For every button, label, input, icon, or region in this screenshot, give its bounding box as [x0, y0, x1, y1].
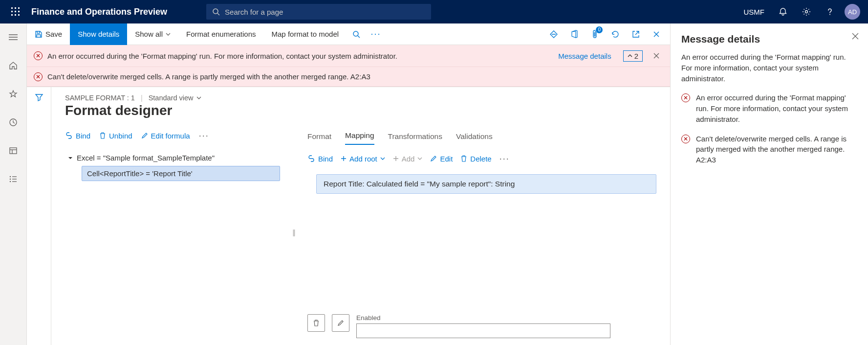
- map-format-label: Map format to model: [272, 30, 339, 38]
- save-button[interactable]: Save: [27, 23, 70, 45]
- add-root-button[interactable]: Add root: [341, 155, 385, 163]
- error-icon: ✕: [681, 135, 690, 143]
- map-format-button[interactable]: Map format to model: [264, 23, 347, 45]
- svg-rect-17: [10, 148, 17, 154]
- delete-button[interactable]: Delete: [460, 155, 491, 163]
- chevron-down-icon: [166, 33, 171, 36]
- format-enumerations-button[interactable]: Format enumerations: [178, 23, 264, 45]
- diamond-icon[interactable]: [544, 24, 564, 44]
- breadcrumb: SAMPLE FORMAT : 1 | Standard view: [65, 94, 656, 102]
- edit-formula-label: Edit formula: [151, 132, 190, 140]
- trash-icon: [460, 155, 467, 162]
- format-tree: Excel = "Sample format_SampleTemplate" C…: [65, 152, 280, 181]
- trash-icon: [99, 132, 106, 139]
- home-icon[interactable]: [3, 56, 23, 75]
- svg-rect-7: [15, 14, 16, 16]
- bottom-edit-button[interactable]: [332, 314, 349, 332]
- view-selector[interactable]: Standard view: [149, 94, 201, 102]
- message-close-icon[interactable]: [650, 49, 663, 63]
- tree-root-row[interactable]: Excel = "Sample format_SampleTemplate": [65, 152, 280, 164]
- tree-child-row[interactable]: Cell<ReportTitle> = 'Report Title': [82, 166, 280, 181]
- tree-child-label: Cell<ReportTitle> = 'Report Title': [87, 169, 193, 178]
- panel-close-icon[interactable]: [848, 29, 862, 43]
- bottom-delete-button[interactable]: [307, 314, 325, 332]
- message-bar-2: ✕ Can't delete/overwrite merged cells. A…: [27, 67, 670, 87]
- svg-line-27: [358, 36, 360, 38]
- notifications-icon[interactable]: [772, 0, 794, 23]
- mapping-more-icon[interactable]: ···: [499, 154, 510, 164]
- unbind-button[interactable]: Unbind: [99, 132, 132, 140]
- svg-point-22: [10, 181, 11, 182]
- filter-icon[interactable]: [35, 93, 43, 345]
- bind-button[interactable]: Bind: [65, 132, 90, 140]
- edit-formula-button[interactable]: Edit formula: [141, 132, 190, 140]
- svg-point-26: [353, 31, 358, 36]
- svg-rect-2: [18, 7, 20, 9]
- designer-column: SAMPLE FORMAT : 1 | Standard view Format…: [51, 87, 670, 345]
- left-rail: [0, 23, 27, 345]
- app-launcher-icon[interactable]: [4, 0, 27, 23]
- show-details-button[interactable]: Show details: [70, 23, 127, 45]
- message-count: 2: [634, 52, 638, 60]
- message-collapse-button[interactable]: 2: [623, 50, 643, 62]
- panel-title: Message details: [681, 33, 857, 45]
- mapping-item[interactable]: Report Title: Calculated field = "My sam…: [316, 174, 656, 194]
- panel-item-2: ✕ Can't delete/overwrite merged cells. A…: [681, 134, 857, 165]
- office-icon[interactable]: [564, 24, 584, 44]
- pencil-icon: [430, 155, 437, 162]
- search-input[interactable]: Search for a page: [206, 4, 431, 20]
- modules-icon[interactable]: [3, 169, 23, 189]
- splitter-handle[interactable]: ‖: [292, 126, 296, 338]
- attachments-icon[interactable]: 0: [585, 24, 605, 44]
- tree-more-icon[interactable]: ···: [199, 131, 209, 141]
- tab-mapping[interactable]: Mapping: [345, 131, 374, 145]
- tree-toolbar: Bind Unbind Edit formula ···: [65, 126, 280, 145]
- popout-icon[interactable]: [626, 24, 646, 44]
- pencil-icon: [141, 132, 148, 139]
- breadcrumb-separator: |: [141, 94, 143, 102]
- tab-validations[interactable]: Validations: [456, 132, 493, 145]
- refresh-icon[interactable]: [606, 24, 625, 44]
- unbind-label: Unbind: [109, 132, 132, 140]
- trash-icon: [313, 319, 320, 327]
- panel-description: An error occurred during the 'Format map…: [681, 52, 857, 84]
- caret-down-icon: [68, 156, 73, 161]
- avatar[interactable]: AD: [845, 4, 860, 20]
- close-page-icon[interactable]: [647, 24, 666, 44]
- chevron-down-icon: [417, 157, 422, 160]
- action-search-icon[interactable]: [347, 24, 366, 44]
- bind-label: Bind: [76, 132, 90, 140]
- svg-rect-3: [11, 11, 13, 12]
- mapping-toolbar: Bind Add root Add: [307, 148, 656, 169]
- more-actions-icon[interactable]: ···: [366, 24, 386, 44]
- format-enumerations-label: Format enumerations: [186, 30, 256, 38]
- svg-point-9: [213, 9, 218, 14]
- mapping-pane: Format Mapping Transformations Validatio…: [307, 126, 656, 338]
- favorites-icon[interactable]: [3, 84, 23, 104]
- show-details-label: Show details: [78, 30, 119, 38]
- nav-collapse-icon[interactable]: [3, 27, 23, 47]
- svg-point-20: [10, 176, 11, 177]
- tab-transformations[interactable]: Transformations: [388, 132, 442, 145]
- show-all-button[interactable]: Show all: [127, 23, 178, 45]
- error-icon: ✕: [681, 93, 690, 102]
- edit-button[interactable]: Edit: [430, 155, 453, 163]
- error-icon: ✕: [34, 51, 43, 60]
- enabled-input[interactable]: [356, 323, 610, 338]
- panel-item-2-text: Can't delete/overwrite merged cells. A r…: [696, 134, 857, 165]
- settings-icon[interactable]: [796, 0, 817, 23]
- message-details-link[interactable]: Message details: [558, 52, 611, 60]
- top-header: Finance and Operations Preview Search fo…: [0, 0, 868, 23]
- mapping-bind-button[interactable]: Bind: [307, 155, 333, 163]
- attachments-badge: 0: [596, 26, 603, 33]
- svg-point-11: [805, 11, 808, 13]
- mapping-item-label: Report Title: Calculated field = "My sam…: [324, 180, 515, 188]
- svg-rect-4: [15, 11, 16, 12]
- workspaces-icon[interactable]: [3, 141, 23, 161]
- tab-format[interactable]: Format: [307, 132, 331, 145]
- help-icon[interactable]: [819, 0, 841, 23]
- view-label: Standard view: [149, 94, 194, 102]
- company-picker[interactable]: USMF: [738, 0, 771, 23]
- recent-icon[interactable]: [3, 113, 23, 132]
- svg-rect-0: [11, 7, 13, 9]
